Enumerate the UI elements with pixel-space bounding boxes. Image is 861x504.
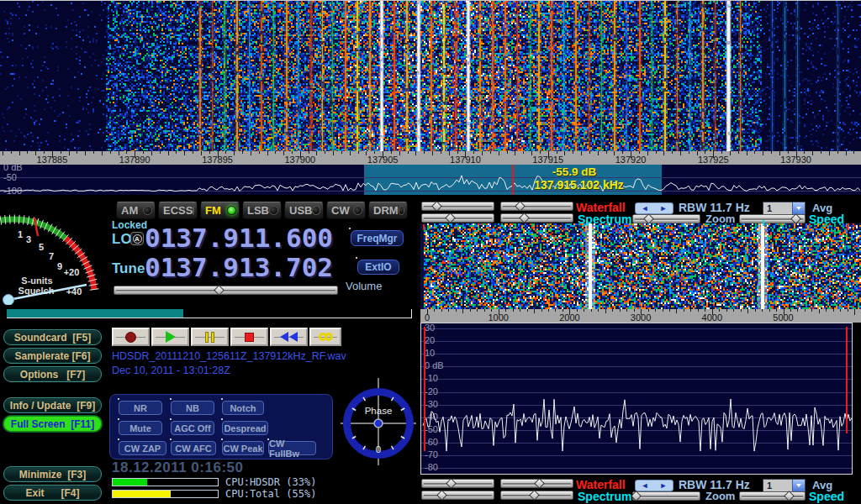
slider-thumb[interactable]: [535, 478, 546, 489]
squelch-level-bar[interactable]: [7, 309, 412, 318]
exit-button[interactable]: Exit [F4]: [3, 485, 102, 501]
rbw-decrease-button[interactable]: ◄: [636, 480, 654, 491]
slider-thumb[interactable]: [631, 491, 642, 501]
mode-button-fm[interactable]: FM: [200, 202, 240, 219]
rewind-button[interactable]: [270, 328, 308, 346]
tune-frequency-display[interactable]: 0137.913.702: [145, 255, 333, 281]
minimize-button[interactable]: Minimize [F3]: [3, 466, 102, 482]
extio-button[interactable]: ExtIO: [357, 260, 399, 275]
loop-button[interactable]: [309, 328, 341, 346]
lo-frequency-display[interactable]: 0137.911.600: [145, 225, 333, 251]
rf-waterfall-display[interactable]: [0, 1, 861, 151]
spectrum-range-slider[interactable]: [500, 213, 573, 223]
record-button[interactable]: [112, 328, 150, 346]
cw-fullbw-button[interactable]: CW FullBw: [268, 441, 316, 455]
tune-label: Tune: [112, 260, 145, 277]
rbw-increase-button[interactable]: ►: [654, 203, 673, 213]
cw-afc-button[interactable]: CW AFC: [171, 441, 216, 455]
loop-icon: [319, 333, 333, 341]
ruler-label: 137910: [450, 155, 481, 165]
zoom-slider[interactable]: [632, 491, 700, 501]
squelch-knob[interactable]: [3, 295, 14, 306]
dropdown-arrow-icon[interactable]: [792, 480, 805, 491]
freqmgr-button[interactable]: FreqMgr: [351, 230, 404, 246]
ruler-label: 1000: [488, 312, 508, 323]
rbw-increase-button[interactable]: ►: [654, 480, 673, 491]
spectrum-ref-slider[interactable]: [421, 213, 494, 223]
cpu-hdsdr-bar: [112, 478, 219, 486]
ruler-label: 4000: [702, 312, 722, 323]
mode-button-am[interactable]: AM: [116, 202, 156, 219]
agc-button[interactable]: AGC Off: [171, 421, 214, 435]
af-filter-edge-right[interactable]: [846, 327, 848, 433]
signal-level-readout: -55.9 dB: [511, 165, 637, 178]
rf-frequency-ruler[interactable]: 1378851378901378951379001379051379101379…: [0, 151, 861, 165]
ruler-label: 137885: [37, 155, 68, 165]
mode-led-icon: [143, 206, 152, 215]
slider-thumb[interactable]: [446, 478, 457, 489]
fullscreen-button[interactable]: Full Screen [F11]: [3, 416, 102, 432]
play-button[interactable]: [151, 328, 189, 346]
slider-thumb[interactable]: [436, 490, 447, 501]
lo-locked-label: Locked: [112, 219, 147, 231]
phase-zero-label: 0: [376, 444, 381, 454]
avg-dropdown[interactable]: 1: [763, 202, 806, 215]
slider-thumb[interactable]: [515, 201, 526, 212]
spectrum-ref-slider[interactable]: [421, 491, 494, 500]
s-meter[interactable]: 1 3 5 7 9 +20 +40 S-units Squelch: [0, 200, 105, 305]
mode-button-usb[interactable]: USB: [284, 202, 324, 219]
lo-lock-badge[interactable]: A: [130, 232, 144, 245]
mute-button[interactable]: Mute: [119, 421, 162, 435]
mode-button-ecss[interactable]: ECSS: [158, 202, 198, 219]
mode-button-lsb[interactable]: LSB: [242, 202, 282, 219]
spectrum-label[interactable]: Spectrum: [578, 490, 632, 503]
samplerate-button[interactable]: Samplerate [F6]: [3, 348, 102, 364]
pause-button[interactable]: [191, 328, 229, 346]
wf-contrast-slider[interactable]: [500, 202, 573, 211]
phase-dial[interactable]: Phase 0: [341, 376, 416, 467]
mode-button-drm[interactable]: DRM: [368, 202, 408, 219]
slider-thumb[interactable]: [784, 491, 795, 501]
spectrum-range-slider[interactable]: [500, 491, 573, 500]
af-waterfall-display[interactable]: [420, 223, 861, 309]
af-filter-edge-left[interactable]: [424, 327, 425, 451]
dropdown-arrow-icon[interactable]: [792, 202, 805, 214]
rbw-decrease-button[interactable]: ◄: [636, 203, 654, 213]
mode-button-cw[interactable]: CW: [326, 202, 366, 219]
slider-thumb[interactable]: [431, 201, 442, 212]
zoom-slider[interactable]: [632, 214, 700, 223]
mode-label: LSB: [247, 204, 269, 217]
wf-brightness-slider[interactable]: [421, 479, 494, 488]
freqmgr-label: FreqMgr: [357, 233, 398, 244]
avg-dropdown[interactable]: 1: [763, 479, 806, 492]
cw-peak-button[interactable]: CW Peak: [222, 441, 264, 455]
af-spectrum-display[interactable]: 3020100 dB-10-20-30-40-50-60-70-80: [420, 323, 853, 475]
mode-label: DRM: [373, 204, 399, 217]
mode-button-row: AM ECSS FM LSB USB CW DRM: [116, 202, 408, 219]
slider-thumb[interactable]: [519, 213, 530, 223]
nr-button[interactable]: NR: [119, 401, 162, 415]
slider-thumb[interactable]: [445, 213, 456, 223]
wf-brightness-slider[interactable]: [421, 202, 494, 211]
soundcard-button[interactable]: Soundcard [F5]: [3, 329, 102, 345]
notch-button[interactable]: Notch: [222, 401, 264, 415]
slider-thumb[interactable]: [790, 213, 801, 224]
af-frequency-ruler[interactable]: 010002000300040005000: [420, 309, 861, 323]
mode-led-icon: [399, 206, 404, 215]
avg-value: 1: [763, 202, 792, 214]
speed-slider[interactable]: [739, 214, 806, 223]
speed-slider[interactable]: [739, 491, 806, 501]
cw-zap-button[interactable]: CW ZAP: [119, 441, 166, 455]
info-update-button[interactable]: Info / Update [F9]: [3, 397, 102, 413]
nb-button[interactable]: NB: [171, 401, 214, 415]
volume-slider-thumb[interactable]: [214, 285, 224, 296]
wf-contrast-slider[interactable]: [500, 479, 573, 488]
rf-spectrum-display[interactable]: 0 dB -50 -100 -55.9 dB 137.915.102 kHz: [0, 165, 861, 195]
smeter-units-caption: S-units: [21, 276, 52, 286]
stop-button[interactable]: [230, 328, 268, 346]
slider-thumb[interactable]: [529, 490, 540, 501]
options-button[interactable]: Options [F7]: [3, 366, 102, 382]
despread-button[interactable]: Despread: [222, 421, 268, 435]
volume-slider[interactable]: [114, 286, 338, 295]
slider-thumb[interactable]: [644, 213, 655, 224]
